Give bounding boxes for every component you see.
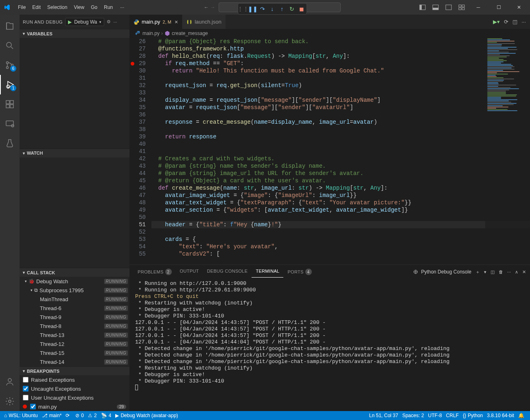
breakpoint-dot-icon[interactable] [131,62,134,66]
menu-file[interactable]: File [15,3,29,12]
activity-account[interactable] [0,372,20,392]
callstack-row[interactable]: Thread-13RUNNING [20,330,129,339]
tab-launch-json[interactable]: launch.json [182,15,226,29]
callstack-row[interactable]: ▾🐞Debug WatchRUNNING [20,277,129,286]
gear-icon[interactable]: ⚙ [107,19,111,24]
split-editor-icon[interactable]: ◫ [512,19,517,25]
code-line[interactable]: 55 "cardsV2": [ [129,250,530,258]
status-err[interactable]: ⊘0 [74,413,85,418]
more-icon[interactable]: ··· [113,20,117,24]
code-line[interactable]: 49 avatar_section = {"widgets": [avatar_… [129,206,530,214]
code-line[interactable]: 39 return response [129,133,530,140]
code-line[interactable]: 51 header = {"title": f"Hey {name}!"} [129,221,530,228]
breakpoint-row[interactable]: main.py29 [20,402,129,411]
code-line[interactable]: 41 [129,148,530,155]
activity-explorer[interactable] [0,16,20,36]
menu-go[interactable]: Go [88,3,101,12]
callstack-row[interactable]: MainThreadRUNNING [20,295,129,304]
section-breakpoints[interactable]: ▾BREAKPOINTS [20,366,129,375]
panel-maximize-icon[interactable]: ∧ [515,269,518,275]
section-watch[interactable]: ▾WATCH [20,149,129,158]
code-line[interactable]: 43 # @param {string} name the sender's d… [129,162,530,170]
nav-forward-icon[interactable]: → [210,4,215,10]
window-maximize-icon[interactable]: ☐ [489,0,508,15]
code-line[interactable]: 45 # @return {Object} a card with the us… [129,177,530,184]
status-lang[interactable]: {} Python [461,413,484,418]
callstack-row[interactable]: Thread-15RUNNING [20,348,129,357]
step-into-icon[interactable]: ↓ [269,6,276,12]
window-close-icon[interactable]: ✕ [510,0,528,15]
code-line[interactable]: 40 [129,140,530,148]
minimap[interactable] [485,38,530,265]
code-line[interactable]: 53 cards = { [129,236,530,243]
activity-debug[interactable]: 1 [0,75,20,94]
menu-selection[interactable]: Selection [44,3,70,12]
kill-terminal-icon[interactable]: 🗑 [499,269,503,274]
panel-tab-debug-console[interactable]: DEBUG CONSOLE [203,266,252,278]
code-line[interactable]: 52 [129,228,530,236]
pause-icon[interactable]: ❚❚ [250,6,256,12]
activity-settings[interactable] [0,392,20,411]
callstack-row[interactable]: Thread-8RUNNING [20,322,129,330]
terminal-output[interactable]: * Running on http://127.0.0.1:9000 * Run… [129,279,530,411]
bp-checkbox[interactable] [30,404,36,409]
panel-tab-ports[interactable]: PORTS4 [283,266,315,278]
code-line[interactable]: 50 [129,214,530,221]
code-line[interactable]: 35 avatar = request_json["message"]["sen… [129,104,530,111]
split-terminal-icon[interactable]: ◫ [491,269,495,275]
editor-more-icon[interactable]: ··· [521,19,526,25]
callstack-row[interactable]: Thread-9RUNNING [20,313,129,322]
bp-checkbox[interactable] [23,395,28,400]
code-line[interactable]: 47 avatar_image_widget = {"image": {"ima… [129,192,530,199]
panel-close-icon[interactable]: ✕ [522,269,526,275]
tab-main-py[interactable]: main.py2, M× [129,15,182,29]
activity-extensions[interactable] [0,94,20,114]
run-debug-icon[interactable]: ▶▾ [493,19,500,25]
terminal-select[interactable]: Python Debug Console [413,269,471,275]
code-line[interactable]: 44 # @param {string} image_url the URL f… [129,170,530,177]
breakpoint-row[interactable]: Uncaught Exceptions [20,384,129,393]
bp-checkbox[interactable] [23,386,28,392]
status-remote[interactable]: ⌂WSL: Ubuntu [2,413,39,418]
code-line[interactable]: 34 display_name = request_json["message"… [129,96,530,104]
code-line[interactable]: 42 # Creates a card with two widgets. [129,155,530,162]
status-item[interactable]: UTF-8 [427,413,444,418]
code-line[interactable]: 26 # @param {Object} res Response to sen… [129,38,530,45]
code-line[interactable]: 32 request_json = req.get_json(silent=Tr… [129,82,530,89]
breakpoint-row[interactable]: User Uncaught Exceptions [20,393,129,402]
layout-right-icon[interactable] [443,2,454,13]
restart-icon[interactable]: ↻ [289,6,295,12]
code-line[interactable]: 48 avatar_text_widget = {"textParagraph"… [129,199,530,206]
code-line[interactable]: 37 response = create_message(name=displa… [129,118,530,126]
status-sync[interactable]: ⟳ [64,413,73,418]
status-branch[interactable]: ⎇main* [40,413,64,418]
grip-icon[interactable]: ⋮⋮ [240,6,246,12]
code-line[interactable]: 46 def create_message(name: str, image_u… [129,184,530,192]
activity-remote[interactable] [0,114,20,133]
code-line[interactable]: 54 "text": "Here's your avatar", [129,243,530,250]
add-terminal-icon[interactable]: ＋ [475,269,480,275]
status-item[interactable]: CRLF [445,413,460,418]
debug-config-dropdown[interactable]: ▶ Debug Wa ▾ [65,18,104,26]
code-line[interactable]: 28 def hello_chat(req: flask.Request) ->… [129,52,530,60]
code-line[interactable]: 33 [129,89,530,96]
status-radio[interactable]: 📡4 [99,413,113,418]
section-callstack[interactable]: ▾CALL STACK [20,268,129,277]
status-item[interactable]: Spaces: 2 [401,413,425,418]
panel-tab-terminal[interactable]: TERMINAL [252,266,283,278]
bp-checkbox[interactable] [23,377,28,383]
activity-scm[interactable]: 6 [0,55,20,75]
callstack-row[interactable]: Thread-6RUNNING [20,304,129,313]
status-bell[interactable]: 🔔 [517,413,528,418]
window-minimize-icon[interactable]: ─ [469,0,488,15]
section-variables[interactable]: ▾VARIABLES [20,29,129,38]
activity-testing[interactable] [0,133,20,153]
callstack-row[interactable]: Thread-12RUNNING [20,339,129,348]
callstack-row[interactable]: ▾⧉Subprocess 17995RUNNING [20,286,129,295]
code-line[interactable]: 30 return "Hello! This function must be … [129,67,530,74]
layout-panel-icon[interactable] [430,2,441,13]
activity-search[interactable] [0,36,20,55]
code-editor[interactable]: 26 # @param {Object} res Response to sen… [129,38,530,265]
menu-edit[interactable]: Edit [29,3,44,12]
panel-more-icon[interactable]: ··· [507,269,511,274]
